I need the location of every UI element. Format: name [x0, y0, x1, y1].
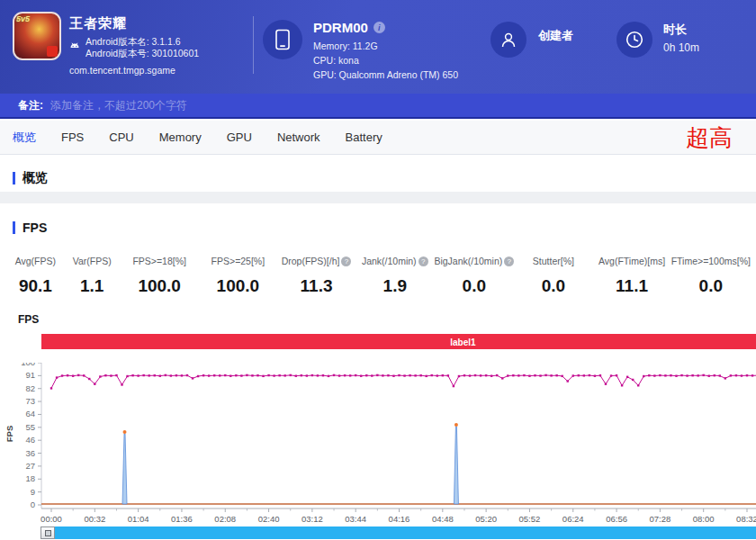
chart-scene-banner-label: label1	[450, 337, 475, 346]
fps-line-chart[interactable]: 09182736465564738291100FPS00:0000:3201:0…	[0, 363, 756, 526]
tab-bar: 概览 FPS CPU Memory GPU Network Battery	[0, 121, 756, 155]
svg-text:03:44: 03:44	[345, 514, 366, 524]
svg-text:01:04: 01:04	[128, 514, 149, 524]
svg-text:04:16: 04:16	[389, 514, 410, 524]
fps-section-heading: FPS	[13, 220, 47, 235]
android-version-code: Android版本号: 301010601	[86, 48, 199, 59]
svg-text:91: 91	[25, 370, 35, 380]
package-name: com.tencent.tmgp.sgame	[69, 65, 176, 76]
duration-icon-circle	[616, 22, 652, 58]
svg-text:82: 82	[25, 383, 35, 393]
tab-cpu[interactable]: CPU	[96, 130, 146, 144]
stat-ftime-ge-100ms: FTime>=100ms[%] 0.0	[671, 256, 751, 296]
stat-drop-fps: Drop(FPS)[/h]? 11.3	[277, 256, 356, 296]
svg-text:02:40: 02:40	[258, 514, 280, 524]
tab-memory[interactable]: Memory	[147, 130, 214, 144]
svg-text:55: 55	[25, 422, 35, 432]
notes-label: 备注:	[18, 98, 43, 113]
game-title: 王者荣耀	[69, 15, 127, 32]
handwritten-annotation: 超高	[686, 122, 733, 154]
tab-network[interactable]: Network	[265, 130, 333, 144]
chart-corner-label: FPS	[18, 313, 39, 326]
android-icon	[69, 41, 80, 54]
svg-text:08:00: 08:00	[693, 514, 715, 524]
device-model: PDRM00	[313, 20, 368, 35]
game-app-icon: 5v5	[13, 12, 61, 60]
overview-section-heading: 概览	[13, 170, 48, 186]
stat-fps-ge-25: FPS>=25[%] 100.0	[199, 256, 277, 296]
stat-bigjank: BigJank(/10min)? 0.0	[434, 256, 514, 296]
stat-fps-ge-18: FPS>=18[%] 100.0	[121, 256, 199, 296]
svg-text:04:48: 04:48	[432, 514, 454, 524]
game-icon-corner-badge	[47, 46, 58, 57]
help-icon[interactable]: ?	[418, 256, 428, 266]
scrollbar-thumb[interactable]	[40, 526, 55, 539]
stat-stutter: Stutter[%] 0.0	[514, 256, 592, 296]
perfdog-report-page: 5v5 王者荣耀 Android版本名: 3.1.1.6 Android版本号:…	[0, 0, 756, 540]
phone-icon	[274, 29, 292, 50]
svg-text:05:20: 05:20	[475, 514, 497, 524]
svg-text:01:36: 01:36	[171, 514, 193, 524]
svg-text:06:24: 06:24	[562, 514, 584, 524]
svg-text:64: 64	[25, 409, 35, 418]
android-version-name: Android版本名: 3.1.1.6	[86, 36, 199, 48]
person-icon	[500, 31, 518, 49]
scrollbar-track[interactable]	[55, 526, 756, 539]
svg-text:73: 73	[25, 396, 35, 406]
notes-bar[interactable]: 备注: 添加备注，不超过200个字符	[0, 94, 756, 119]
svg-text:06:56: 06:56	[606, 514, 627, 524]
tab-battery[interactable]: Battery	[333, 130, 395, 144]
tab-gpu[interactable]: GPU	[214, 130, 265, 144]
stat-avg-ftime: Avg(FTime)[ms] 11.1	[592, 256, 670, 296]
section-accent-bar	[13, 172, 15, 184]
app-header: 5v5 王者荣耀 Android版本名: 3.1.1.6 Android版本号:…	[0, 0, 756, 94]
svg-text:FPS: FPS	[4, 426, 14, 442]
header-divider	[253, 16, 254, 74]
section-accent-bar	[13, 221, 15, 234]
svg-text:03:12: 03:12	[302, 514, 323, 524]
creator-label: 创建者	[538, 28, 573, 44]
svg-text:0: 0	[31, 500, 35, 509]
svg-text:00:32: 00:32	[84, 514, 105, 524]
device-gpu: GPU: Qualcomm Adreno (TM) 650	[313, 68, 458, 82]
device-cpu: CPU: kona	[313, 53, 458, 68]
chart-time-scrollbar	[0, 526, 756, 539]
creator-icon-circle	[490, 22, 526, 58]
clock-icon	[625, 30, 644, 50]
fps-stats-row: Avg(FPS) 90.1 Var(FPS) 1.1 FPS>=18[%] 10…	[7, 256, 751, 296]
stat-var-fps: Var(FPS) 1.1	[64, 256, 121, 296]
duration-value: 0h 10m	[663, 41, 699, 54]
svg-text:07:28: 07:28	[649, 514, 670, 524]
stat-avg-fps: Avg(FPS) 90.1	[7, 256, 64, 296]
svg-text:36: 36	[25, 448, 35, 458]
game-icon-5v5-badge: 5v5	[16, 14, 30, 23]
svg-text:9: 9	[31, 487, 35, 497]
help-icon[interactable]: ?	[341, 256, 351, 266]
notes-placeholder: 添加备注，不超过200个字符	[50, 98, 187, 113]
section-divider-band	[0, 192, 756, 203]
stat-jank: Jank(/10min)? 1.9	[356, 256, 434, 296]
svg-text:46: 46	[25, 435, 35, 445]
svg-text:02:08: 02:08	[214, 514, 236, 524]
device-memory: Memory: 11.2G	[313, 39, 458, 53]
svg-text:18: 18	[25, 473, 35, 483]
tab-overview[interactable]: 概览	[13, 130, 49, 146]
duration-label: 时长	[663, 22, 687, 38]
svg-text:00:00: 00:00	[40, 514, 62, 524]
device-icon-circle	[263, 20, 302, 59]
svg-text:27: 27	[25, 461, 35, 471]
tab-fps[interactable]: FPS	[49, 130, 96, 144]
info-icon[interactable]: i	[374, 22, 385, 33]
chart-scene-banner: label1	[41, 334, 756, 349]
svg-text:100: 100	[21, 363, 35, 367]
help-icon[interactable]: ?	[504, 256, 514, 266]
svg-text:08:32: 08:32	[736, 514, 756, 524]
svg-text:05:52: 05:52	[519, 514, 541, 524]
